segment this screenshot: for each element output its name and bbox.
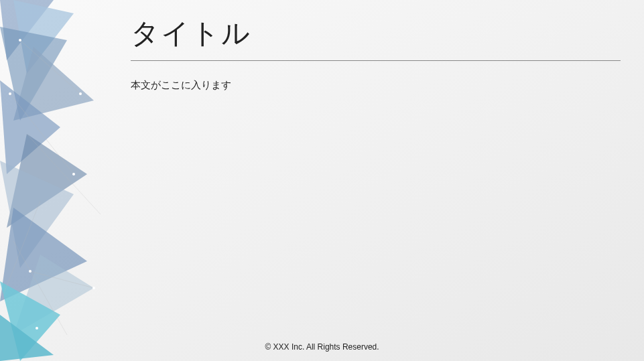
svg-marker-5 xyxy=(7,134,87,228)
decorative-triangles xyxy=(0,0,134,361)
svg-marker-0 xyxy=(0,0,54,60)
svg-point-19 xyxy=(9,92,11,95)
svg-line-15 xyxy=(13,241,67,335)
svg-marker-3 xyxy=(13,47,94,121)
svg-marker-10 xyxy=(0,315,54,361)
content-area: タイトル 本文がここに入ります xyxy=(131,15,621,328)
svg-point-22 xyxy=(92,287,95,289)
svg-marker-1 xyxy=(13,0,74,74)
svg-point-18 xyxy=(79,92,82,95)
svg-line-16 xyxy=(3,201,40,295)
title-divider xyxy=(131,60,621,61)
svg-point-20 xyxy=(72,173,75,175)
svg-line-13 xyxy=(27,134,101,214)
svg-marker-8 xyxy=(13,255,94,335)
svg-marker-4 xyxy=(0,80,60,174)
svg-point-23 xyxy=(36,327,38,330)
svg-point-21 xyxy=(29,270,31,273)
svg-marker-2 xyxy=(0,27,67,121)
svg-line-12 xyxy=(10,94,74,174)
footer-copyright: © XXX Inc. All Rights Reserved. xyxy=(0,342,644,352)
svg-line-11 xyxy=(20,40,80,94)
svg-line-14 xyxy=(30,271,94,288)
slide-body: 本文がここに入ります xyxy=(131,77,621,93)
svg-marker-6 xyxy=(0,161,74,268)
svg-point-17 xyxy=(19,39,21,42)
slide-title: タイトル xyxy=(131,15,621,60)
svg-marker-7 xyxy=(0,208,87,301)
